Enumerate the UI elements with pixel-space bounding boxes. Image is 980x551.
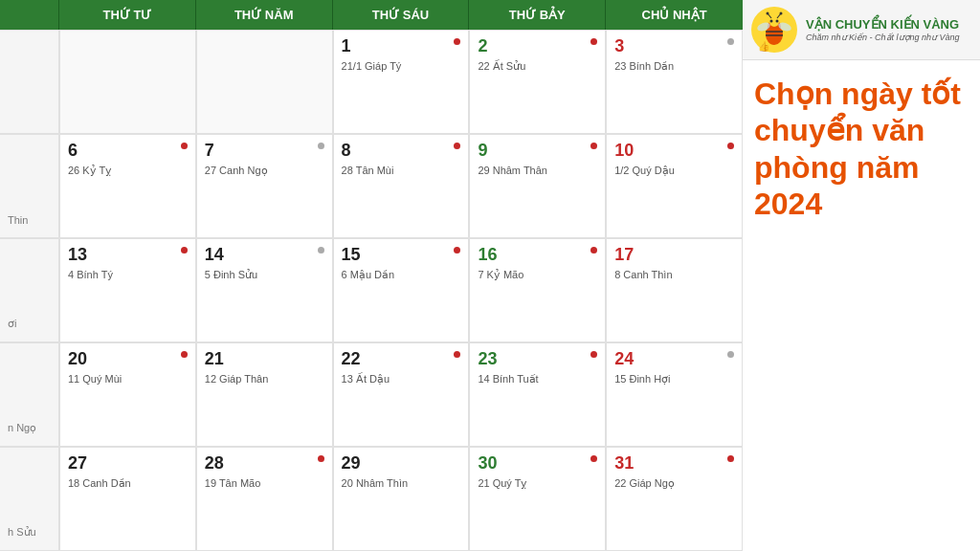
- day-number: 20: [68, 349, 188, 369]
- day-number: 2: [478, 36, 597, 56]
- day-number: 29: [342, 453, 461, 474]
- day-number: 31: [614, 453, 734, 474]
- cal-cell: 167 Kỷ Mão: [469, 238, 606, 342]
- day-dot: [181, 247, 188, 253]
- day-number: 22: [342, 349, 461, 369]
- lunar-date: 21 Quý Tỵ: [478, 477, 597, 490]
- logo-text: VẬN CHUYỂN KIẾN VÀNG Chăm như Kiến - Chấ…: [806, 17, 960, 42]
- day-number: 8: [342, 141, 461, 161]
- day-number: 10: [614, 141, 734, 161]
- partial-label: Thin: [8, 214, 51, 226]
- lunar-date: 28 Tân Mùi: [342, 165, 461, 176]
- header-col-partial: [0, 0, 59, 30]
- logo-area: 👍 VẬN CHUYỂN KIẾN VÀNG Chăm như Kiến - C…: [743, 0, 980, 60]
- lunar-date: 11 Quý Mùi: [68, 373, 188, 385]
- cal-cell: [0, 30, 59, 134]
- calendar-header: THỨ TƯ THỨ NĂM THỨ SÁU THỨ BẢY CHỦ NHẬT: [0, 0, 743, 30]
- partial-label: ơi: [8, 318, 51, 330]
- day-number: 21: [205, 349, 324, 369]
- cal-cell: 929 Nhâm Thân: [469, 134, 606, 238]
- svg-point-6: [770, 20, 773, 23]
- cal-cell: 3021 Quý Tỵ: [469, 447, 606, 551]
- logo-icon: 👍: [750, 6, 798, 54]
- day-number: 1: [342, 36, 461, 56]
- lunar-date: 21/1 Giáp Tý: [342, 60, 461, 72]
- day-number: 14: [205, 245, 324, 265]
- cal-cell: 2011 Quý Mùi: [59, 342, 196, 447]
- promo-text: Chọn ngày tốt chuyển văn phòng năm 2024: [743, 60, 980, 238]
- cal-cell: 3122 Giáp Ngọ: [606, 447, 743, 551]
- lunar-date: 8 Canh Thìn: [614, 269, 734, 280]
- header-thu-nam: THỨ NĂM: [196, 0, 333, 30]
- cal-cell: 222 Ất Sửu: [469, 30, 606, 134]
- lunar-date: 15 Đinh Hợi: [614, 373, 734, 386]
- cal-cell: 626 Kỷ Tỵ: [59, 134, 196, 238]
- calendar-body: 121/1 Giáp Tý222 Ất Sửu323 Bính DầnThin6…: [0, 30, 743, 551]
- cal-cell: 2819 Tân Mão: [196, 447, 333, 551]
- lunar-date: 22 Giáp Ngọ: [614, 477, 734, 490]
- day-dot: [318, 455, 324, 462]
- cal-cell: 2718 Canh Dần: [59, 447, 196, 551]
- cal-cell: 2314 Bính Tuất: [469, 342, 606, 447]
- day-number: 24: [614, 349, 734, 369]
- header-thu-bay: THỨ BẢY: [469, 0, 606, 30]
- day-number: 6: [68, 141, 188, 161]
- partial-label: h Sửu: [8, 526, 51, 539]
- lunar-date: 19 Tân Mão: [205, 477, 324, 489]
- cal-cell: [59, 30, 196, 134]
- sidebar: 👍 VẬN CHUYỂN KIẾN VÀNG Chăm như Kiến - C…: [743, 0, 980, 551]
- day-dot: [727, 351, 734, 358]
- svg-point-7: [776, 20, 779, 23]
- day-dot: [727, 143, 734, 149]
- day-number: 15: [342, 245, 461, 265]
- day-number: 30: [478, 453, 597, 474]
- header-thu-sau: THỨ SÁU: [333, 0, 470, 30]
- day-number: 16: [478, 245, 597, 265]
- lunar-date: 14 Bính Tuất: [478, 373, 597, 386]
- day-dot: [727, 455, 734, 462]
- cal-cell: 727 Canh Ngọ: [196, 134, 333, 238]
- cal-cell: [196, 30, 333, 134]
- lunar-date: 23 Bính Dần: [614, 60, 734, 73]
- header-chu-nhat: CHỦ NHẬT: [606, 0, 743, 30]
- logo-title: VẬN CHUYỂN KIẾN VÀNG: [806, 17, 960, 33]
- cal-cell: 2415 Đinh Hợi: [606, 342, 743, 447]
- cal-cell: 101/2 Quý Dậu: [606, 134, 743, 238]
- lunar-date: 12 Giáp Thân: [205, 373, 324, 385]
- lunar-date: 6 Mậu Dần: [342, 269, 461, 281]
- lunar-date: 29 Nhâm Thân: [478, 165, 597, 176]
- lunar-date: 5 Đinh Sửu: [205, 269, 324, 281]
- cal-cell: 2213 Ất Dậu: [333, 342, 470, 447]
- lunar-date: 18 Canh Dần: [68, 477, 188, 490]
- cal-cell: ơi: [0, 238, 59, 342]
- day-dot: [318, 247, 324, 253]
- day-number: 13: [68, 245, 188, 265]
- day-number: 23: [478, 349, 597, 369]
- cal-cell: 323 Bính Dần: [606, 30, 743, 134]
- lunar-date: 4 Bính Tý: [68, 269, 188, 280]
- logo-subtitle: Chăm như Kiến - Chất lượng như Vàng: [806, 33, 960, 42]
- cal-cell: h Sửu: [0, 447, 59, 551]
- cal-cell: 121/1 Giáp Tý: [333, 30, 470, 134]
- cal-cell: 145 Đinh Sửu: [196, 238, 333, 342]
- day-dot: [727, 38, 734, 45]
- header-thu-tu: THỨ TƯ: [59, 0, 196, 30]
- day-number: 3: [614, 36, 734, 56]
- lunar-date: 27 Canh Ngọ: [205, 165, 324, 177]
- day-dot: [181, 143, 188, 149]
- lunar-date: 26 Kỷ Tỵ: [68, 165, 188, 177]
- cal-cell: Thin: [0, 134, 59, 238]
- day-number: 17: [614, 245, 734, 265]
- day-number: 7: [205, 141, 324, 161]
- lunar-date: 20 Nhâm Thìn: [342, 477, 461, 489]
- cal-cell: 2920 Nhâm Thìn: [333, 447, 470, 551]
- day-number: 9: [478, 141, 597, 161]
- day-dot: [181, 351, 188, 358]
- day-number: 27: [68, 453, 188, 474]
- svg-point-11: [780, 12, 783, 15]
- svg-point-10: [767, 12, 769, 15]
- cal-cell: 828 Tân Mùi: [333, 134, 470, 238]
- cal-cell: 178 Canh Thìn: [606, 238, 743, 342]
- day-number: 28: [205, 453, 324, 474]
- partial-label: n Ngọ: [8, 422, 51, 434]
